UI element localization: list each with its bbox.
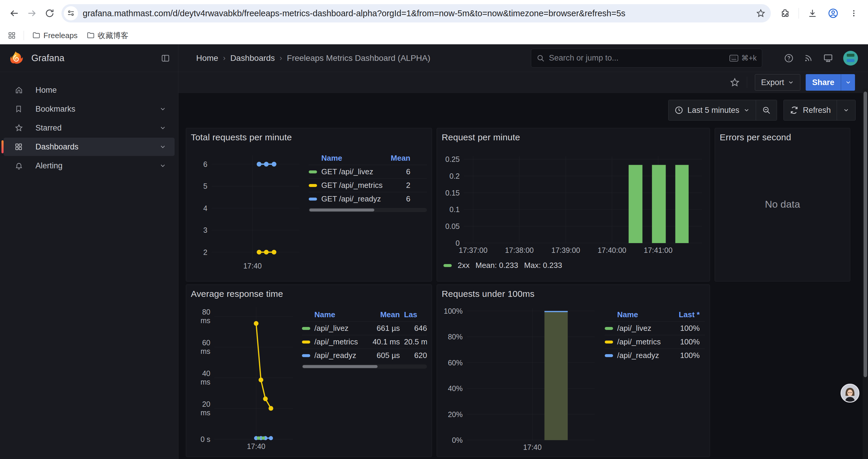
bookmark-folder-blog[interactable]: 收藏博客 bbox=[83, 29, 132, 42]
breadcrumb-dashboards[interactable]: Dashboards bbox=[230, 54, 275, 63]
legend-scrollbar-thumb[interactable] bbox=[309, 208, 374, 211]
back-button[interactable] bbox=[5, 4, 23, 22]
sidebar-item-bookmarks[interactable]: Bookmarks bbox=[4, 100, 175, 118]
x-axis-tick-label: 17:38:00 bbox=[505, 246, 533, 255]
series-last: 646 bbox=[402, 324, 427, 333]
request-per-minute-chart[interactable]: 00.050.10.150.20.2517:37:0017:38:0017:39… bbox=[442, 156, 705, 257]
legend-column-last[interactable]: Las bbox=[402, 310, 427, 319]
site-info-button[interactable] bbox=[64, 6, 78, 21]
zoom-out-button[interactable] bbox=[756, 100, 777, 121]
extensions-button[interactable] bbox=[776, 4, 794, 22]
chevron-down-icon[interactable] bbox=[159, 105, 166, 112]
series-max: Max: 0.233 bbox=[524, 261, 562, 270]
scrollbar-thumb[interactable] bbox=[864, 92, 867, 377]
y-axis-tick-label: 20% bbox=[442, 410, 463, 419]
time-range-picker[interactable]: Last 5 minutes bbox=[668, 100, 756, 121]
user-avatar[interactable] bbox=[843, 51, 858, 66]
legend-row[interactable]: /api/_livez 100% bbox=[605, 321, 705, 335]
legend-row[interactable]: /api/_metrics 100% bbox=[605, 335, 705, 349]
legend-row[interactable]: GET /api/_livez 6 bbox=[309, 165, 427, 178]
series-mean: 40.1 ms bbox=[358, 337, 402, 347]
series-color-swatch bbox=[302, 354, 310, 357]
series-name: /api/_livez bbox=[314, 324, 349, 333]
bookmarks-bar: Freeleaps 收藏博客 bbox=[0, 27, 868, 44]
legend-row[interactable]: /api/_metrics 40.1 ms 20.5 m bbox=[302, 335, 427, 349]
legend-scrollbar-thumb[interactable] bbox=[303, 365, 378, 368]
url-text[interactable]: grafana.mathmast.com/d/deytv4rwavabkb/fr… bbox=[83, 8, 756, 18]
panel-title[interactable]: Request per minute bbox=[442, 132, 705, 142]
export-button[interactable]: Export bbox=[755, 74, 800, 91]
refresh-interval-button[interactable] bbox=[837, 100, 856, 121]
page-scrollbar[interactable] bbox=[863, 89, 868, 459]
sidebar-item-home[interactable]: Home bbox=[4, 81, 175, 99]
chevron-down-icon[interactable] bbox=[159, 143, 166, 150]
legend-column-mean[interactable]: Mean bbox=[382, 154, 427, 163]
floating-assistant-avatar[interactable] bbox=[840, 384, 860, 402]
monitor-icon bbox=[823, 53, 833, 63]
legend-column-name[interactable]: Name bbox=[302, 310, 358, 319]
series-name: /api/_readyz bbox=[314, 351, 356, 360]
breadcrumb-separator: › bbox=[279, 54, 282, 63]
folder-icon bbox=[87, 31, 95, 40]
series-color-swatch bbox=[309, 170, 317, 173]
average-response-time-chart[interactable]: 0 s20 ms40 ms60 ms80 ms17:40 bbox=[191, 307, 297, 453]
address-bar[interactable]: grafana.mathmast.com/d/deytv4rwavabkb/fr… bbox=[61, 4, 771, 23]
legend-row[interactable]: GET /api/_readyz 6 bbox=[309, 192, 427, 205]
legend-column-name[interactable]: Name bbox=[309, 154, 382, 163]
y-axis-tick-label: 0 s bbox=[191, 435, 210, 444]
bookmark-folder-freeleaps[interactable]: Freeleaps bbox=[29, 29, 81, 42]
browser-menu-button[interactable] bbox=[845, 4, 863, 22]
bookmark-label: 收藏博客 bbox=[98, 30, 128, 41]
series-color-swatch bbox=[443, 264, 452, 267]
grafana-logo[interactable] bbox=[8, 51, 23, 66]
total-requests-chart[interactable]: 2345617:40 bbox=[191, 155, 303, 271]
legend-row[interactable]: /api/_livez 661 µs 646 bbox=[302, 321, 427, 335]
y-axis-tick-label: 80 ms bbox=[191, 308, 210, 325]
chevron-down-icon[interactable] bbox=[159, 162, 166, 169]
series-name[interactable]: 2xx bbox=[458, 261, 469, 270]
legend-column-mean[interactable]: Mean bbox=[358, 310, 402, 319]
sidebar-collapse-button[interactable] bbox=[161, 54, 170, 63]
requests-under-100ms-chart[interactable]: 0%20%40%60%80%100%17:40 bbox=[442, 308, 598, 454]
sidebar-item-dashboards[interactable]: Dashboards bbox=[4, 138, 175, 156]
folder-icon bbox=[32, 31, 40, 40]
help-button[interactable] bbox=[784, 54, 794, 63]
apps-grid-button[interactable] bbox=[5, 28, 19, 42]
x-axis-tick-label: 17:37:00 bbox=[459, 246, 488, 255]
favorite-dashboard-button[interactable] bbox=[730, 77, 740, 88]
breadcrumb-home[interactable]: Home bbox=[196, 54, 218, 63]
help-icon bbox=[784, 54, 794, 63]
time-range-label: Last 5 minutes bbox=[687, 106, 740, 115]
panel-title[interactable]: Average response time bbox=[191, 289, 427, 299]
kiosk-mode-button[interactable] bbox=[823, 53, 833, 63]
legend-row[interactable]: /api/_readyz 100% bbox=[605, 349, 705, 362]
series-color-swatch bbox=[302, 340, 310, 343]
legend-scrollbar[interactable] bbox=[309, 208, 427, 212]
panel-title[interactable]: Errors per second bbox=[720, 132, 845, 142]
reload-button[interactable] bbox=[41, 4, 59, 22]
panel-title[interactable]: Total requests per minute bbox=[191, 132, 427, 142]
sidebar-item-alerting[interactable]: Alerting bbox=[4, 157, 175, 175]
series-last: 100% bbox=[660, 337, 705, 347]
refresh-button[interactable]: Refresh bbox=[783, 100, 837, 121]
sidebar-item-starred[interactable]: Starred bbox=[4, 119, 175, 137]
forward-button[interactable] bbox=[23, 4, 41, 22]
legend-column-last[interactable]: Last * bbox=[660, 310, 705, 319]
panel-title[interactable]: Requests under 100ms bbox=[442, 289, 705, 299]
legend-row[interactable]: /api/_readyz 605 µs 620 bbox=[302, 349, 427, 362]
profile-button[interactable] bbox=[824, 4, 842, 22]
share-menu-button[interactable] bbox=[841, 74, 855, 91]
breadcrumb-current: Freeleaps Metrics Dashboard (ALPHA) bbox=[287, 54, 430, 63]
bookmark-star-button[interactable] bbox=[756, 8, 766, 18]
share-button[interactable]: Share bbox=[806, 74, 841, 91]
panel-requests-under-100ms: Requests under 100ms 0%20%40%60%80%100%1… bbox=[437, 285, 710, 457]
y-axis-tick-label: 60 ms bbox=[191, 338, 210, 356]
legend-column-name[interactable]: Name bbox=[605, 310, 660, 319]
downloads-button[interactable] bbox=[804, 4, 821, 22]
news-button[interactable] bbox=[804, 54, 813, 63]
y-axis-tick-label: 3 bbox=[191, 226, 208, 234]
search-input[interactable]: Search or jump to... ⌘+k bbox=[531, 49, 762, 68]
legend-row[interactable]: GET /api/_metrics 2 bbox=[309, 178, 427, 192]
chevron-down-icon[interactable] bbox=[159, 124, 166, 131]
legend-scrollbar[interactable] bbox=[302, 364, 427, 369]
